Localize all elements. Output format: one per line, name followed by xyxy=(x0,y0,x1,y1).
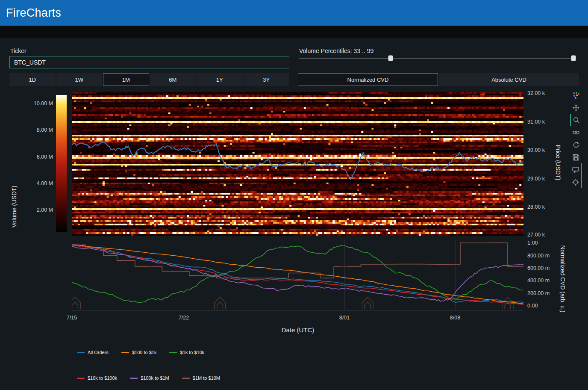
legend-swatch xyxy=(130,378,138,379)
volume-tick: 2.00 M xyxy=(37,207,53,213)
cvd-button-normalized[interactable]: Normalized CVD xyxy=(298,73,438,86)
price-tick: 27.00 k xyxy=(527,231,545,238)
legend-row-1: All Orders $100 to $1k $1k to $10k xyxy=(77,350,204,355)
price-tick: 32.00 k xyxy=(527,90,545,97)
legend-swatch xyxy=(77,352,85,353)
range-button-1d[interactable]: 1D xyxy=(9,73,56,86)
range-button-1w[interactable]: 1W xyxy=(56,73,103,86)
legend-label: $10k to $100k xyxy=(88,375,117,381)
cvd-tick: 0.00 xyxy=(527,302,538,309)
cvd-tick: 200.00 m xyxy=(527,290,550,297)
date-tick: 8/01 xyxy=(339,315,350,321)
price-tick: 31.00 k xyxy=(527,118,545,125)
cvd-tick: 600.00 m xyxy=(527,265,550,272)
date-tick: 8/08 xyxy=(450,315,460,321)
ticker-input[interactable] xyxy=(9,56,289,68)
reset-axes-icon[interactable] xyxy=(570,139,582,151)
date-tick: 7/15 xyxy=(67,315,77,321)
price-tick: 28.00 k xyxy=(527,204,545,210)
range-button-1y[interactable]: 1Y xyxy=(197,73,243,86)
cvd-tick: 800.00 m xyxy=(527,252,550,259)
legend-swatch xyxy=(182,378,190,379)
price-tick: 30.00 k xyxy=(527,147,545,154)
legend-label: $100 to $1k xyxy=(132,350,157,355)
legend-swatch xyxy=(121,352,129,353)
chart-area: 10.00 M 8.00 M 6.00 M 4.00 M 2.00 M Volu… xyxy=(0,88,588,390)
plotly-modebar xyxy=(570,89,582,188)
legend-item-100-1k[interactable]: $100 to $1k xyxy=(121,350,157,355)
legend-item-100k-1m[interactable]: $100k to $1M xyxy=(130,375,169,381)
volume-percentiles-label: Volume Percentiles: 33 .. 99 xyxy=(299,47,373,54)
legend-label: $100k to $1M xyxy=(141,375,169,381)
price-axis-title: Price (USDT) xyxy=(555,145,562,180)
hover-compare-icon[interactable] xyxy=(570,126,582,139)
legend-item-1m-10m[interactable]: $1M to $10M xyxy=(182,375,220,381)
time-range-buttons: 1D 1W 1M 6M 1Y 3Y xyxy=(9,73,289,86)
volume-tick: 6.00 M xyxy=(37,154,53,160)
volume-tick: 10.00 M xyxy=(34,100,53,107)
save-image-icon[interactable] xyxy=(570,151,582,163)
app-header: FireCharts xyxy=(0,0,588,26)
cvd-button-absolute[interactable]: Absolute CVD xyxy=(439,73,579,86)
legend-item-10k-100k[interactable]: $10k to $100k xyxy=(77,375,117,381)
legend-item-1k-10k[interactable]: $1k to $10k xyxy=(169,350,204,355)
range-button-3y[interactable]: 3Y xyxy=(244,73,290,86)
plotly-logo-icon[interactable] xyxy=(570,89,582,101)
date-axis-title: Date (UTC) xyxy=(282,326,315,334)
volume-axis-title: Volume (USDT) xyxy=(11,186,18,228)
legend-swatch xyxy=(77,378,85,379)
zoom-icon[interactable] xyxy=(570,114,582,126)
range-button-6m[interactable]: 6M xyxy=(150,73,196,86)
volume-slider-handle-low[interactable] xyxy=(388,56,393,61)
header-divider xyxy=(0,26,588,38)
hover-label-icon[interactable] xyxy=(570,163,582,176)
legend-swatch xyxy=(169,352,177,353)
ticker-label: Ticker xyxy=(10,47,26,54)
cvd-axis-title: Normalized CVD (arb. u.) xyxy=(559,245,566,312)
legend-label: All Orders xyxy=(88,350,109,355)
date-tick: 7/22 xyxy=(179,315,189,321)
spikelines-icon[interactable] xyxy=(570,176,582,188)
legend-item-all-orders[interactable]: All Orders xyxy=(77,350,109,355)
price-tick: 29.00 k xyxy=(527,175,545,182)
legend-label: $1M to $10M xyxy=(193,375,220,381)
cvd-tick: 1.00 xyxy=(527,239,538,246)
legend-label: $1k to $10k xyxy=(180,350,204,355)
volume-slider-handle-high[interactable] xyxy=(571,56,576,61)
colorbar xyxy=(56,95,67,232)
app-title: FireCharts xyxy=(6,6,61,20)
cvd-canvas[interactable] xyxy=(72,239,523,310)
heatmap-canvas[interactable] xyxy=(72,92,523,236)
range-button-1m[interactable]: 1M xyxy=(103,73,149,86)
pan-icon[interactable] xyxy=(570,101,582,114)
cvd-mode-buttons: Normalized CVD Absolute CVD xyxy=(298,73,579,86)
slider-track[interactable] xyxy=(299,58,576,59)
volume-percentiles-slider[interactable] xyxy=(299,55,576,62)
volume-tick: 4.00 M xyxy=(37,180,53,187)
legend-row-2: $10k to $100k $100k to $1M $1M to $10M xyxy=(77,375,220,381)
cvd-tick: 400.00 m xyxy=(527,277,550,284)
volume-tick: 8.00 M xyxy=(37,127,53,133)
controls-row: Ticker 1D 1W 1M 6M 1Y 3Y Volume Percenti… xyxy=(0,38,588,88)
